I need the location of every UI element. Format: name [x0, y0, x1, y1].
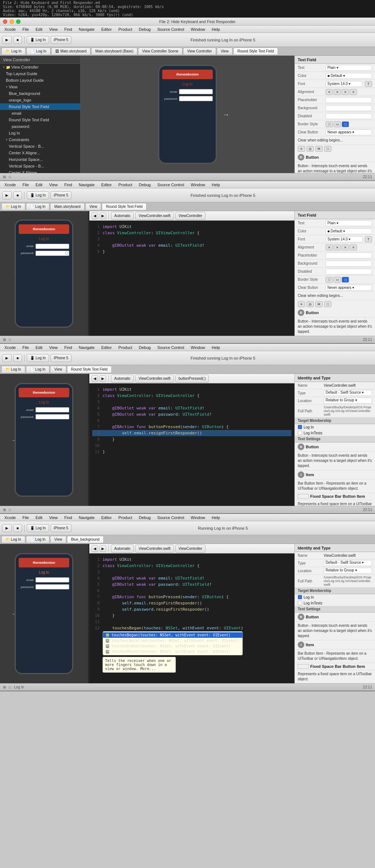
phone-password-input-3[interactable]	[36, 414, 69, 419]
border-round-btn[interactable]: ◻	[342, 121, 349, 127]
nav-automatic-3[interactable]: Automatic	[111, 375, 134, 383]
tab-login-1[interactable]: 📁 Log In	[1, 48, 26, 55]
menu2-help[interactable]: Help	[209, 181, 223, 188]
menu4-debug[interactable]: Debug	[136, 514, 153, 521]
run-button[interactable]: ▶	[2, 36, 12, 44]
tab4-blue-bg[interactable]: Blue_background	[67, 536, 104, 543]
id4-location-input[interactable]: Relative to Group ▾	[324, 568, 372, 574]
maximize-button[interactable]	[16, 19, 21, 24]
menu2-edit[interactable]: Edit	[33, 181, 45, 188]
target4-login-checkbox[interactable]: ✓	[298, 595, 302, 599]
phone-password-input-1[interactable]	[179, 96, 213, 101]
insp2-bg-value[interactable]	[326, 261, 372, 266]
tree-item-view[interactable]: ▾ View	[0, 84, 80, 90]
tab-main-storyboard[interactable]: 🖼 Main.storyboard	[51, 48, 91, 55]
menu4-window[interactable]: Window	[188, 514, 208, 521]
tab3-login-1[interactable]: 📁 Log In	[1, 366, 25, 373]
insp2-icon-2[interactable]: ◎	[307, 301, 314, 307]
border-line-btn[interactable]: ▭	[334, 121, 341, 127]
font-edit-btn-2[interactable]: T	[365, 236, 372, 242]
insp-placeholder-value[interactable]	[326, 97, 372, 103]
phone-password-input-2[interactable]	[36, 251, 69, 256]
tree-item-top-layout[interactable]: Top Layout Guide	[0, 70, 80, 77]
tab-main-storyboard-base[interactable]: Main.storyboard (Base)	[91, 48, 137, 55]
id4-type-input[interactable]: Default - Swift Source ▾	[324, 560, 372, 566]
tree-item-round-text-2[interactable]: Round Style Text Field	[0, 117, 80, 123]
menu-xcode[interactable]: Xcode	[1, 26, 19, 33]
align2-right[interactable]: ≡	[342, 244, 349, 250]
menu2-find[interactable]: Find	[62, 181, 75, 188]
menu-view[interactable]: View	[46, 26, 61, 33]
menu2-source-control[interactable]: Source Control	[154, 181, 187, 188]
ac-item-2[interactable]: M touchesCancelled(touches: NSSet, withE…	[103, 638, 242, 643]
menu-navigate[interactable]: Navigate	[76, 26, 97, 33]
nav-forward-2[interactable]: ▶	[100, 213, 106, 219]
tab-vc-scene[interactable]: View Controller Scene	[138, 48, 182, 55]
insp2-icon-3[interactable]: ✉	[315, 301, 323, 307]
tab4-login-1[interactable]: 📁 Log In	[1, 536, 25, 543]
menu3-edit[interactable]: Edit	[33, 344, 45, 351]
tab4-login-2[interactable]: 📄 Log In	[26, 536, 50, 543]
scheme-selector[interactable]: 📱 Log In	[27, 36, 49, 44]
menu3-editor[interactable]: Editor	[98, 344, 115, 351]
insp2-placeholder-value[interactable]	[326, 253, 372, 258]
menu3-debug[interactable]: Debug	[136, 344, 153, 351]
insp2-icon-1[interactable]: ≡	[298, 301, 305, 307]
menu4-help[interactable]: Help	[209, 514, 223, 521]
nav-file-2[interactable]: ViewController.swift	[135, 212, 174, 220]
menu-product[interactable]: Product	[115, 26, 135, 33]
tab4-view[interactable]: View	[50, 536, 66, 543]
insp-disabled-value[interactable]	[326, 113, 372, 119]
menu4-editor[interactable]: Editor	[98, 514, 115, 521]
tree-item-login[interactable]: Log In	[0, 130, 80, 136]
tree-item-vc[interactable]: ▾ 📁 View Controller	[0, 64, 80, 70]
border2-none[interactable]: □	[326, 277, 333, 283]
tab-login-2[interactable]: 📄 Log In	[26, 48, 51, 55]
insp-font-value[interactable]: System 14.0 ▾	[326, 81, 363, 87]
phone-email-input-4[interactable]	[36, 577, 69, 582]
menu3-navigate[interactable]: Navigate	[76, 344, 97, 351]
device-selector-3[interactable]: iPhone 5	[51, 354, 71, 362]
insp-icon-2[interactable]: ◎	[307, 146, 314, 152]
tree-item-blue-bg[interactable]: Blue_background	[0, 90, 80, 97]
tab2-login-2[interactable]: 📄 Log In	[26, 203, 50, 210]
nav-back-3[interactable]: ◀	[92, 375, 98, 382]
insp2-color-value[interactable]: ■ Default ▾	[326, 228, 372, 234]
tree-item-centerx1[interactable]: Center X Aligne...	[0, 150, 80, 156]
menu3-product[interactable]: Product	[115, 344, 135, 351]
insp-text-value[interactable]: Plain ▾	[326, 65, 372, 71]
insp-color-value[interactable]: ■ Default ▾	[326, 73, 372, 79]
scheme-selector-4[interactable]: 📱 Log In	[27, 524, 49, 532]
target-login-checkbox[interactable]: ✓	[298, 425, 302, 429]
menu3-xcode[interactable]: Xcode	[1, 344, 19, 351]
phone-email-input-1[interactable]	[179, 89, 213, 94]
target4-logintest-checkbox[interactable]	[298, 601, 302, 605]
insp2-text-value[interactable]: Plain ▾	[326, 220, 372, 226]
tree-item-vspace2[interactable]: Vertical Space - B...	[0, 163, 80, 169]
target-logintest-checkbox[interactable]	[298, 431, 302, 435]
menu2-editor[interactable]: Editor	[98, 181, 115, 188]
insp2-icon-4[interactable]: □	[324, 301, 331, 307]
menu2-file[interactable]: File	[19, 181, 32, 188]
insp-icon-4[interactable]: □	[324, 146, 331, 152]
tab3-view[interactable]: View	[50, 366, 66, 373]
phone-password-input-4[interactable]	[36, 584, 69, 589]
border2-round[interactable]: ◻	[342, 277, 349, 283]
menu3-file[interactable]: File	[19, 344, 32, 351]
menu3-find[interactable]: Find	[62, 344, 75, 351]
tab3-login-2[interactable]: 📄 Log In	[26, 366, 50, 373]
run-button-4[interactable]: ▶	[2, 524, 12, 532]
insp2-clear-value[interactable]: Never appears ▾	[326, 285, 372, 291]
insp-icon-1[interactable]: ≡	[298, 146, 305, 152]
phone-email-input-2[interactable]	[36, 244, 69, 249]
menu4-xcode[interactable]: Xcode	[1, 514, 19, 521]
nav-forward-4[interactable]: ▶	[100, 545, 106, 552]
border-none-btn[interactable]: □	[326, 121, 333, 127]
tab2-login-1[interactable]: 📁 Log In	[1, 203, 25, 210]
menu2-product[interactable]: Product	[115, 181, 135, 188]
tab-view-controller[interactable]: View Controller	[183, 48, 216, 55]
autocomplete-popup[interactable]: M touchesBegan(touches: NSSet, withEvent…	[103, 631, 243, 655]
menu4-view[interactable]: View	[46, 514, 61, 521]
menu-debug[interactable]: Debug	[136, 26, 153, 33]
menu2-xcode[interactable]: Xcode	[1, 181, 19, 188]
